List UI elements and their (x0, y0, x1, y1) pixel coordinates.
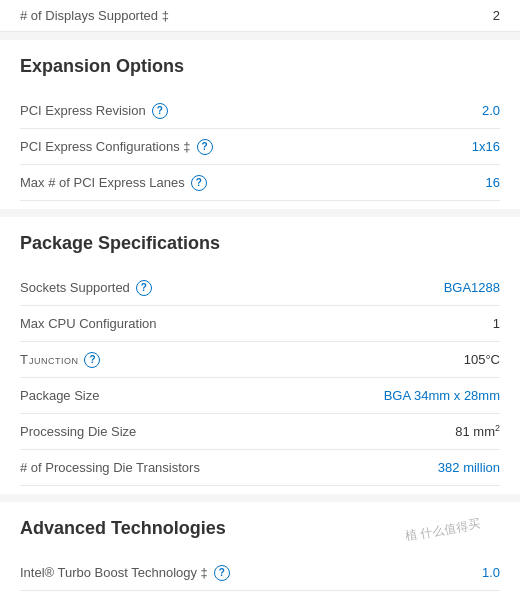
tjunction-row: TJUNCTION ? 105°C (20, 342, 500, 378)
sockets-value: BGA1288 (380, 280, 500, 295)
page-container: # of Displays Supported ‡ 2 Expansion Op… (0, 0, 520, 597)
transistors-value: 382 million (380, 460, 500, 475)
turbo-boost-help-icon[interactable]: ? (214, 565, 230, 581)
pci-revision-help-icon[interactable]: ? (152, 103, 168, 119)
transistors-row: # of Processing Die Transistors 382 mill… (20, 450, 500, 486)
transistors-label: # of Processing Die Transistors (20, 460, 380, 475)
die-size-row: Processing Die Size 81 mm2 (20, 414, 500, 450)
displays-row: # of Displays Supported ‡ 2 (0, 0, 520, 32)
max-cpu-label: Max CPU Configuration (20, 316, 380, 331)
pci-config-label: PCI Express Configurations ‡ ? (20, 139, 380, 155)
section-divider-2 (0, 209, 520, 217)
expansion-title: Expansion Options (20, 56, 500, 81)
sockets-help-icon[interactable]: ? (136, 280, 152, 296)
pci-lanes-value: 16 (380, 175, 500, 190)
displays-value: 2 (493, 8, 500, 23)
pci-config-help-icon[interactable]: ? (197, 139, 213, 155)
expansion-section: Expansion Options PCI Express Revision ?… (0, 40, 520, 209)
tjunction-help-icon[interactable]: ? (84, 352, 100, 368)
pci-lanes-label: Max # of PCI Express Lanes ? (20, 175, 380, 191)
pci-lanes-row: Max # of PCI Express Lanes ? 16 (20, 165, 500, 201)
advanced-section: Advanced Technologies Intel® Turbo Boost… (0, 502, 520, 597)
displays-label: # of Displays Supported ‡ (20, 8, 169, 23)
pci-revision-value: 2.0 (380, 103, 500, 118)
pci-config-row: PCI Express Configurations ‡ ? 1x16 (20, 129, 500, 165)
sockets-row: Sockets Supported ? BGA1288 (20, 270, 500, 306)
package-size-row: Package Size BGA 34mm x 28mm (20, 378, 500, 414)
advanced-title: Advanced Technologies (20, 518, 500, 543)
package-size-value: BGA 34mm x 28mm (380, 388, 500, 403)
die-size-value: 81 mm2 (380, 423, 500, 439)
tjunction-label: TJUNCTION ? (20, 352, 380, 368)
max-cpu-value: 1 (380, 316, 500, 331)
section-divider-1 (0, 32, 520, 40)
pci-config-value: 1x16 (380, 139, 500, 154)
sockets-label: Sockets Supported ? (20, 280, 380, 296)
die-size-label: Processing Die Size (20, 424, 380, 439)
pci-revision-label: PCI Express Revision ? (20, 103, 380, 119)
package-size-label: Package Size (20, 388, 380, 403)
max-cpu-row: Max CPU Configuration 1 (20, 306, 500, 342)
turbo-boost-value: 1.0 (380, 565, 500, 580)
turbo-boost-row: Intel® Turbo Boost Technology ‡ ? 1.0 (20, 555, 500, 591)
pci-lanes-help-icon[interactable]: ? (191, 175, 207, 191)
tjunction-value: 105°C (380, 352, 500, 367)
turbo-boost-label: Intel® Turbo Boost Technology ‡ ? (20, 565, 380, 581)
package-section: Package Specifications Sockets Supported… (0, 217, 520, 494)
section-divider-3 (0, 494, 520, 502)
package-title: Package Specifications (20, 233, 500, 258)
pci-revision-row: PCI Express Revision ? 2.0 (20, 93, 500, 129)
